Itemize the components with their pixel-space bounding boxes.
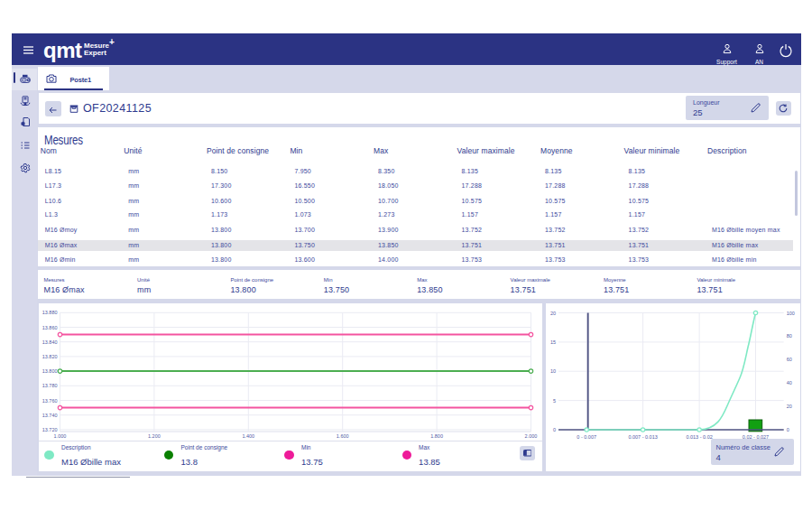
svg-text:100: 100 (787, 310, 795, 315)
svg-text:1.400: 1.400 (242, 433, 254, 439)
svg-text:13.780: 13.780 (42, 383, 57, 388)
svg-text:1.000: 1.000 (53, 433, 66, 439)
svg-text:13.740: 13.740 (42, 412, 57, 417)
svg-text:10: 10 (550, 368, 556, 374)
svg-text:13.820: 13.820 (42, 353, 57, 358)
svg-text:13.760: 13.760 (42, 397, 57, 403)
svg-text:0: 0 (787, 427, 789, 432)
svg-text:0.013 - 0.02: 0.013 - 0.02 (686, 433, 712, 439)
svg-text:13.840: 13.840 (42, 339, 57, 344)
svg-text:1.800: 1.800 (430, 433, 443, 439)
svg-text:0.007 - 0.013: 0.007 - 0.013 (628, 433, 657, 439)
svg-text:15: 15 (550, 339, 556, 344)
svg-text:2.000: 2.000 (524, 433, 537, 439)
svg-text:20: 20 (787, 404, 792, 409)
svg-text:13.860: 13.860 (42, 324, 57, 330)
svg-text:0 - 0.007: 0 - 0.007 (577, 433, 596, 439)
svg-text:13.720: 13.720 (42, 426, 57, 432)
svg-text:60: 60 (787, 357, 792, 362)
svg-text:13.800: 13.800 (42, 368, 57, 374)
svg-text:40: 40 (787, 380, 792, 386)
svg-text:20: 20 (550, 310, 556, 315)
svg-text:1.600: 1.600 (336, 433, 348, 439)
svg-text:0: 0 (553, 427, 556, 432)
svg-text:1.200: 1.200 (148, 433, 161, 439)
svg-text:5: 5 (553, 397, 556, 403)
svg-text:80: 80 (787, 333, 792, 339)
svg-text:13.880: 13.880 (42, 310, 57, 315)
